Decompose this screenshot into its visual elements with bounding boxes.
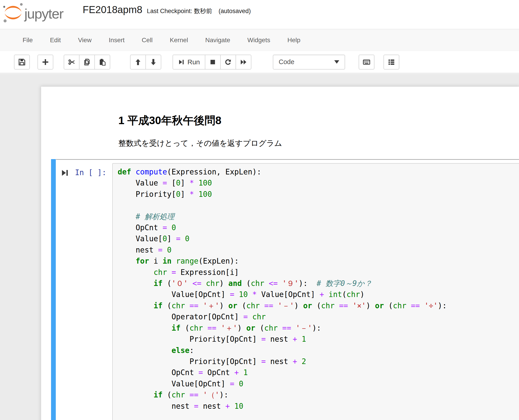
menu-item-view[interactable]: View: [69, 37, 100, 44]
code-line: if (chr == '＋') or (chr == '－'):: [118, 322, 516, 334]
notebook-page: 1 平成30年秋午後問8 整数式を受けとって，その値を返すプログラム In [ …: [41, 87, 519, 420]
menu-item-edit[interactable]: Edit: [41, 37, 69, 44]
code-line: Value[OpCnt] = 0: [118, 378, 516, 389]
move-up-icon: [134, 58, 142, 66]
menu-item-help[interactable]: Help: [279, 37, 309, 44]
stop-icon: [209, 58, 217, 66]
code-line: def compute(Expression, ExpLen):: [118, 166, 516, 177]
code-line: nest = nest + 10: [118, 401, 516, 412]
chevron-down-icon: [334, 60, 339, 64]
code-line: [118, 200, 516, 211]
cell-type-value: Code: [279, 58, 294, 66]
interrupt-kernel-button[interactable]: [205, 55, 221, 69]
cell-border: [56, 159, 519, 160]
step-forward-icon: [178, 59, 185, 66]
save-button[interactable]: [14, 55, 30, 69]
copy-button[interactable]: [79, 55, 95, 69]
run-button[interactable]: Run: [173, 55, 205, 69]
code-line: if (chr == '＋') or (chr == '－') or (chr …: [118, 300, 516, 311]
run-cell-icon[interactable]: [61, 169, 69, 177]
code-cell[interactable]: In [ ]: def compute(Expression, ExpLen):…: [41, 159, 519, 420]
menu-bar: File Edit View Insert Cell Kernel Naviga…: [0, 29, 519, 51]
command-palette-button[interactable]: [383, 55, 399, 69]
restart-kernel-icon: [224, 58, 232, 66]
command-palette-icon: [388, 58, 395, 66]
run-button-label: Run: [187, 58, 200, 66]
code-line: Priority[0] * 100: [118, 189, 516, 200]
copy-icon: [83, 58, 91, 66]
autosave-status: (autosaved): [219, 8, 251, 15]
code-line: if (chr == '（'):: [118, 389, 516, 400]
paste-icon: [99, 58, 106, 66]
toolbar: Run Code: [0, 51, 519, 73]
code-line: Value[0] = 0: [118, 233, 516, 244]
code-line: Priority[OpCnt] = nest + 2: [118, 356, 516, 367]
fast-forward-icon: [240, 58, 247, 66]
markdown-paragraph: 整数式を受けとって，その値を返すプログラム: [118, 138, 282, 149]
code-editor[interactable]: def compute(Expression, ExpLen): Value =…: [112, 163, 519, 420]
move-cell-up-button[interactable]: [130, 55, 146, 69]
cut-icon: [68, 58, 76, 66]
code-line: Value = [0] * 100: [118, 177, 516, 188]
insert-cell-below-button[interactable]: [38, 55, 53, 69]
notebook-title[interactable]: FE2018apm8: [83, 4, 142, 15]
open-command-palette-button[interactable]: [359, 55, 374, 69]
jupyter-wordmark: jupyter: [24, 7, 63, 24]
cut-button[interactable]: [64, 55, 79, 69]
checkpoint-status: Last Checkpoint: 数秒前: [147, 7, 212, 15]
jupyter-logo-icon: [2, 1, 24, 24]
code-line: nest = 0: [118, 244, 516, 255]
keyboard-icon: [363, 58, 370, 66]
menu-item-kernel[interactable]: Kernel: [161, 37, 197, 44]
cell-type-dropdown[interactable]: Code: [273, 55, 345, 69]
menu-item-widgets[interactable]: Widgets: [239, 37, 279, 44]
jupyter-logo[interactable]: jupyter: [2, 1, 63, 24]
code-line: Value[OpCnt] = 10 * Value[OpCnt] + int(c…: [118, 289, 516, 300]
menu-item-insert[interactable]: Insert: [100, 37, 133, 44]
code-line: Operator[OpCnt] = chr: [118, 311, 516, 322]
code-line: # 解析処理: [118, 211, 516, 222]
code-line: for i in range(ExpLen):: [118, 255, 516, 267]
menu-item-navigate[interactable]: Navigate: [197, 37, 239, 44]
move-cell-down-button[interactable]: [145, 55, 161, 69]
markdown-heading: 1 平成30年秋午後問8: [118, 113, 221, 128]
code-line: else:: [118, 345, 516, 356]
code-line: Priority[OpCnt] = nest + 1: [118, 334, 516, 345]
insert-cell-below-icon: [42, 58, 49, 66]
code-line: if ('０' <= chr) and (chr <= '９'): # 数字0～…: [118, 278, 516, 289]
restart-run-all-button[interactable]: [236, 55, 251, 69]
notebook-container: 1 平成30年秋午後問8 整数式を受けとって，その値を返すプログラム In [ …: [0, 74, 519, 420]
restart-kernel-button[interactable]: [220, 55, 236, 69]
menu-item-cell[interactable]: Cell: [133, 37, 161, 44]
paste-button[interactable]: [94, 55, 110, 69]
input-prompt: In [ ]:: [75, 168, 106, 177]
move-down-icon: [150, 58, 157, 66]
save-icon: [18, 58, 26, 66]
notebook-header: jupyter FE2018apm8 Last Checkpoint: 数秒前 …: [0, 0, 519, 29]
selected-cell-indicator: [51, 159, 56, 420]
code-line: OpCnt = OpCnt + 1: [118, 367, 516, 378]
code-line: chr = Expression[i]: [118, 267, 516, 278]
menu-item-file[interactable]: File: [14, 37, 41, 44]
code-line: OpCnt = 0: [118, 222, 516, 233]
